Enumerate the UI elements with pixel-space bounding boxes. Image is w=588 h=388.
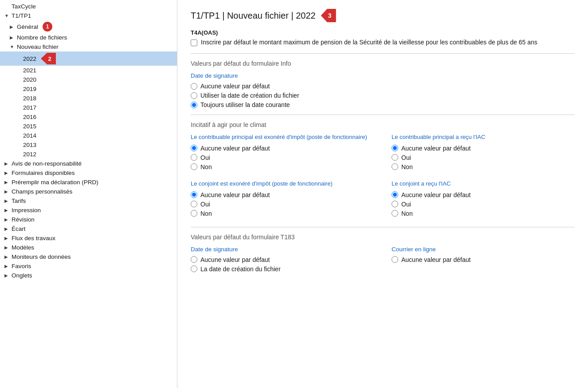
col2-group2: Le conjoint a reçu l'IAC Aucune valeur p…: [392, 180, 575, 220]
c2g2-label-1: Oui: [401, 201, 411, 208]
sidebar-item-2017[interactable]: 2017: [0, 103, 177, 112]
sidebar-item-ecart[interactable]: Écart: [0, 224, 177, 234]
page-title: T1/TP1 | Nouveau fichier | 2022: [191, 11, 316, 21]
c1g1-radio-0[interactable]: [191, 145, 197, 151]
arrow-icon: [10, 24, 15, 29]
c2g1-radio-0[interactable]: [392, 145, 398, 151]
arrow-icon: [4, 170, 10, 175]
c1g2-radio-2[interactable]: [191, 210, 197, 217]
radio-aucune[interactable]: [191, 83, 197, 90]
incitatif-section: Incitatif à agir pour le climat Le contr…: [191, 115, 575, 220]
arrow-icon: [4, 245, 10, 250]
radio-toujours[interactable]: [191, 102, 197, 108]
c1g1-r2: Non: [191, 163, 374, 170]
t183-date-radios: Aucune valeur par défaut La date de créa…: [191, 256, 374, 273]
c2g1-r1: Oui: [392, 154, 575, 161]
t183-grid: Date de signature Aucune valeur par défa…: [191, 246, 575, 275]
t183-label-1: La date de création du fichier: [200, 265, 281, 273]
sidebar-item-label: 2021: [23, 67, 36, 74]
sidebar-item-2014[interactable]: 2014: [0, 131, 177, 140]
sidebar-item-label: 2019: [23, 86, 36, 92]
sidebar-item-modeles[interactable]: Modèles: [0, 243, 177, 252]
valeurs-info-section: Valeurs par défaut du formulaire Info Da…: [191, 53, 575, 108]
sidebar-item-2021[interactable]: 2021: [0, 66, 177, 75]
col2-g1-title: Le contribuable principal a reçu l'IAC: [392, 134, 575, 141]
sidebar-item-formulaires[interactable]: Formulaires disponibles: [0, 168, 177, 178]
sidebar-item-2018[interactable]: 2018: [0, 94, 177, 103]
col2-g2-title: Le conjoint a reçu l'IAC: [392, 180, 575, 188]
arrow-icon: [4, 236, 10, 241]
t183-r1: La date de création du fichier: [191, 265, 374, 273]
c1g1-label-2: Non: [200, 163, 212, 170]
sidebar-item-champspersonnalises[interactable]: Champs personnalisés: [0, 187, 177, 196]
c1g2-radio-0[interactable]: [191, 191, 197, 198]
courrier-section: Courrier en ligne Aucune valeur par défa…: [392, 246, 575, 275]
sidebar-item-label: Moniteurs de données: [12, 253, 71, 260]
t183-radio-1[interactable]: [191, 265, 197, 272]
sidebar-item-label: Modèles: [12, 244, 34, 251]
sidebar-item-2022[interactable]: 20222: [0, 51, 177, 66]
t183-radio-0[interactable]: [191, 256, 197, 263]
sidebar-item-label: Flux des travaux: [12, 235, 55, 242]
c1g1-radio-1[interactable]: [191, 154, 197, 161]
sidebar-item-revision[interactable]: Révision: [0, 215, 177, 224]
c2g2-radio-0[interactable]: [392, 191, 398, 198]
c2g2-radio-1[interactable]: [392, 201, 398, 207]
c2g2-r1: Oui: [392, 201, 575, 208]
sidebar-item-label: Impression: [12, 207, 41, 214]
sidebar-item-2015[interactable]: 2015: [0, 122, 177, 131]
sidebar-item-t1tp1[interactable]: T1/TP1: [0, 11, 177, 20]
sidebar-item-avis[interactable]: Avis de non-responsabilité: [0, 159, 177, 168]
c2g1-radio-2[interactable]: [392, 163, 398, 170]
c2g2-r2: Non: [392, 210, 575, 217]
sidebar-item-label: 2013: [23, 142, 36, 148]
sidebar-item-nouveaufichier[interactable]: Nouveau fichier: [0, 42, 177, 51]
c1g2-radio-1[interactable]: [191, 201, 197, 207]
sidebar-item-preremplir[interactable]: Préremplir ma déclaration (PRD): [0, 178, 177, 187]
sidebar-item-fluxtravaux[interactable]: Flux des travaux: [0, 234, 177, 243]
col1-g1-radios: Aucune valeur par défaut Oui Non: [191, 145, 374, 170]
col1-group2: Le conjoint est exonéré d'impôt (poste d…: [191, 180, 374, 220]
t4a-checkbox-row: Inscrire par défaut le montant maximum d…: [191, 39, 575, 46]
sidebar-item-label: Formulaires disponibles: [12, 170, 75, 176]
sidebar-item-label: Avis de non-responsabilité: [12, 160, 82, 167]
sidebar-item-label: T1/TP1: [12, 12, 31, 19]
incitatif-grid-bottom: Le conjoint est exonéré d'impôt (poste d…: [191, 180, 575, 220]
arrow-icon: [4, 226, 10, 231]
incitatif-title: Incitatif à agir pour le climat: [191, 121, 575, 128]
sidebar-item-2019[interactable]: 2019: [0, 84, 177, 94]
sidebar-item-label: TaxCycle: [12, 3, 36, 10]
sidebar-item-moniteurs[interactable]: Moniteurs de données: [0, 252, 177, 261]
courrier-radio-0[interactable]: [392, 256, 398, 263]
radio-row-2: Toujours utiliser la date courante: [191, 101, 575, 108]
c1g1-label-1: Oui: [200, 154, 210, 161]
sidebar-item-label: 2014: [23, 132, 36, 139]
c2g1-radio-1[interactable]: [392, 154, 398, 161]
arrow-icon: [4, 180, 10, 185]
c2g2-label-2: Non: [401, 210, 413, 217]
sidebar-item-onglets[interactable]: Onglets: [0, 271, 177, 280]
arrow-icon: [4, 189, 10, 194]
arrow-icon: [4, 198, 10, 203]
sidebar-item-impression[interactable]: Impression: [0, 206, 177, 215]
sidebar-item-general[interactable]: Général1: [0, 20, 177, 33]
arrow-icon: [4, 273, 10, 278]
t4a-checkbox[interactable]: [191, 40, 197, 46]
c1g1-label-0: Aucune valeur par défaut: [200, 145, 270, 152]
sidebar-item-favoris[interactable]: Favoris: [0, 261, 177, 271]
sidebar-item-2013[interactable]: 2013: [0, 140, 177, 150]
c1g2-r0: Aucune valeur par défaut: [191, 191, 374, 198]
sidebar-item-2020[interactable]: 2020: [0, 75, 177, 84]
t183-r0: Aucune valeur par défaut: [191, 256, 374, 263]
col1-g2-title: Le conjoint est exonéré d'impôt (poste d…: [191, 180, 374, 188]
radio-creation[interactable]: [191, 92, 197, 99]
sidebar-item-tarifs[interactable]: Tarifs: [0, 196, 177, 206]
sidebar-item-taxcycle[interactable]: TaxCycle: [0, 2, 177, 11]
c1g1-radio-2[interactable]: [191, 163, 197, 170]
sidebar-item-2016[interactable]: 2016: [0, 112, 177, 122]
c1g2-r2: Non: [191, 210, 374, 217]
sidebar-item-nombrefichiers[interactable]: Nombre de fichiers: [0, 33, 177, 42]
sidebar-item-2012[interactable]: 2012: [0, 150, 177, 159]
c2g2-radio-2[interactable]: [392, 210, 398, 217]
sidebar-item-label: Préremplir ma déclaration (PRD): [12, 179, 98, 186]
